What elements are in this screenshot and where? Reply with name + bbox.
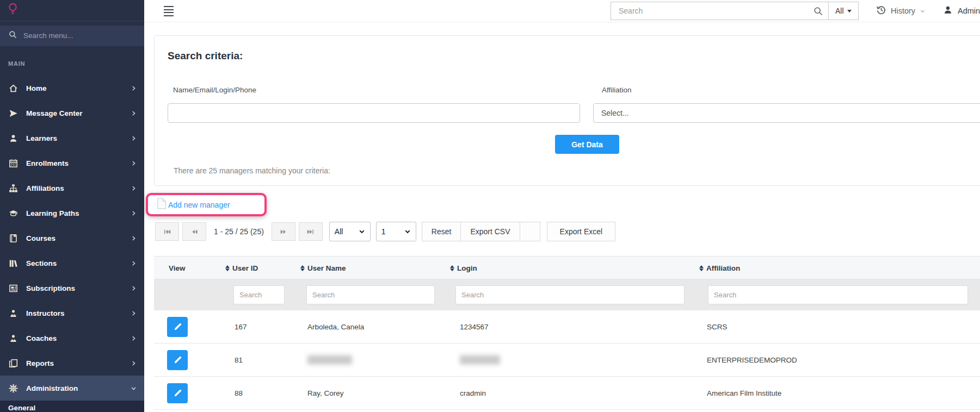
managers-table: View User ID User Name Login [154, 256, 980, 410]
home-icon [8, 83, 19, 93]
table-body: 167Arboleda, Canela1234567SCRS81ENTERPRI… [154, 310, 980, 410]
last-page-button[interactable] [299, 222, 323, 241]
grad-icon [8, 208, 19, 219]
sidebar-section-label: MAIN [8, 60, 144, 67]
sort-icon [225, 265, 230, 272]
sort-icon [699, 265, 704, 272]
sidebar-item-label: Enrollments [26, 159, 69, 167]
sidebar-item-administration[interactable]: Administration [0, 376, 144, 401]
edit-row-button[interactable] [167, 383, 188, 403]
badge-icon [8, 333, 19, 344]
chevron-right-icon [131, 260, 137, 266]
sidebar-item-coaches[interactable]: Coaches [0, 326, 144, 351]
logo-icon[interactable] [8, 3, 18, 17]
table-header-row: View User ID User Name Login [154, 256, 980, 279]
history-menu[interactable]: History [876, 5, 926, 17]
export-options-dropdown[interactable] [520, 222, 540, 241]
sidebar-item-learners[interactable]: Learners [0, 126, 144, 151]
edit-row-button[interactable] [167, 350, 188, 370]
global-search-input[interactable] [611, 2, 828, 20]
calendar-icon [8, 158, 19, 168]
add-new-manager-link[interactable]: Add new manager [168, 201, 230, 209]
affiliation-select[interactable]: Select... [593, 103, 980, 123]
edit-row-button[interactable] [167, 317, 188, 337]
cell-user-id: 81 [235, 356, 243, 364]
pencil-icon [173, 322, 182, 332]
sitemap-icon [8, 183, 19, 193]
get-data-button[interactable]: Get Data [555, 135, 619, 154]
sidebar-item-label: Learning Paths [26, 209, 79, 217]
filter-login-input[interactable] [455, 285, 685, 304]
filter-affiliation-input[interactable] [708, 285, 968, 304]
filter-user-id-input[interactable] [233, 285, 285, 304]
sidebar-item-courses[interactable]: Courses [0, 226, 144, 251]
hamburger-menu-icon[interactable] [164, 6, 174, 16]
cell-affiliation: SCRS [707, 323, 728, 331]
chevron-right-icon [131, 185, 137, 191]
search-icon[interactable] [813, 7, 823, 18]
page-title: Search criteria: [168, 50, 243, 62]
last-page-icon [306, 228, 315, 235]
first-page-button[interactable] [155, 222, 179, 241]
table-filter-row [154, 279, 980, 310]
sidebar-item-learning-paths[interactable]: Learning Paths [0, 201, 144, 226]
sidebar-item-subscriptions[interactable]: Subscriptions [0, 276, 144, 301]
sidebar-item-instructors[interactable]: Instructors [0, 301, 144, 326]
export-excel-button[interactable]: Export Excel [547, 222, 616, 241]
name-email-login-phone-input[interactable] [168, 103, 580, 123]
redacted-login [460, 355, 500, 365]
export-csv-button[interactable]: Export CSV [460, 222, 520, 241]
next-page-icon [279, 228, 287, 235]
cell-login: cradmin [460, 389, 486, 397]
column-header-login[interactable]: Login [450, 257, 477, 280]
sidebar-item-label: Coaches [26, 334, 57, 342]
cell-login: 1234567 [460, 323, 489, 331]
page-number-select[interactable]: 1 [376, 222, 416, 241]
table-row: 88Ray, CoreycradminAmerican Film Institu… [154, 377, 980, 410]
chevron-down-icon [920, 8, 926, 14]
sidebar-item-label: Reports [26, 359, 54, 367]
user-menu[interactable]: Admin A [943, 5, 980, 16]
chevron-right-icon [131, 385, 137, 391]
global-search: All [611, 2, 859, 20]
user-icon [8, 133, 19, 143]
prev-page-icon [190, 228, 199, 235]
sidebar-item-label: Affiliations [26, 184, 64, 192]
sidebar-bottom-section: General [0, 401, 144, 412]
export-button-group: Reset Export CSV [422, 222, 540, 241]
sidebar-item-label: Courses [26, 234, 56, 242]
badge-icon [8, 308, 19, 319]
next-page-button[interactable] [272, 222, 295, 241]
sidebar-item-label: Message Center [26, 109, 83, 117]
column-header-user-name[interactable]: User Name [300, 257, 346, 280]
column-header-user-id[interactable]: User ID [225, 257, 258, 280]
user-icon [943, 5, 953, 16]
sidebar-search [0, 26, 144, 46]
copy-icon [8, 358, 19, 369]
pencil-icon [173, 389, 182, 398]
news-icon [8, 283, 19, 294]
prev-page-button[interactable] [182, 222, 206, 241]
sidebar: MAIN HomeMessage CenterLearnersEnrollmen… [0, 0, 144, 412]
search-scope-dropdown[interactable]: All [828, 2, 859, 20]
page-size-select[interactable]: All [329, 222, 371, 241]
history-icon [876, 5, 886, 17]
pencil-icon [173, 355, 182, 365]
sidebar-item-sections[interactable]: Sections [0, 251, 144, 276]
column-header-affiliation[interactable]: Affiliation [699, 257, 740, 280]
filter-user-name-input[interactable] [306, 285, 435, 304]
sidebar-item-affiliations[interactable]: Affiliations [0, 176, 144, 201]
sidebar-search-input[interactable] [23, 32, 121, 40]
reset-button[interactable]: Reset [422, 222, 461, 241]
sidebar-item-home[interactable]: Home [0, 76, 144, 101]
sidebar-item-message-center[interactable]: Message Center [0, 101, 144, 126]
sidebar-item-reports[interactable]: Reports [0, 351, 144, 376]
chevron-right-icon [131, 335, 137, 341]
cell-user-name: Ray, Corey [307, 389, 344, 397]
main-area: All History Admin A Search c [144, 0, 980, 412]
add-new-manager-highlight: Add new manager [146, 193, 267, 216]
sidebar-item-label: Home [26, 84, 47, 92]
chevron-right-icon [131, 235, 137, 241]
sidebar-item-enrollments[interactable]: Enrollments [0, 151, 144, 176]
column-header-view: View [169, 257, 186, 280]
